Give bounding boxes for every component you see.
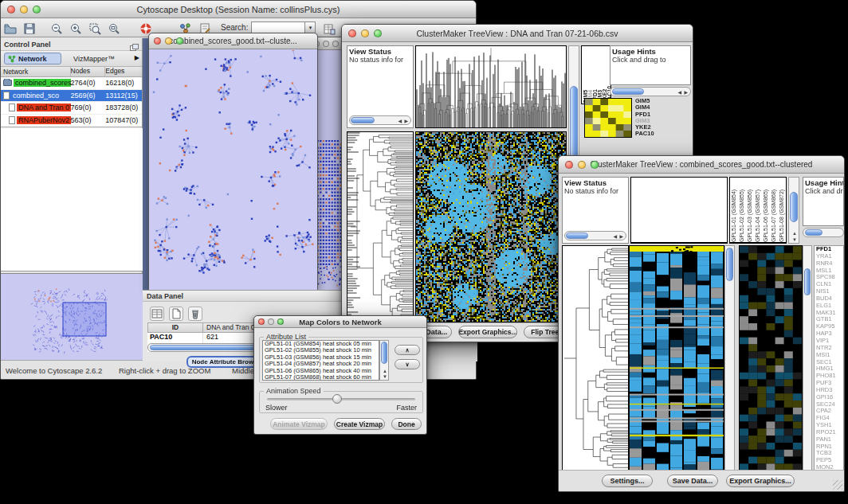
tv2-labels-scrollbar[interactable]: ▲▼	[788, 177, 799, 244]
tv2-gene-dendrogram[interactable]	[562, 245, 629, 471]
col-edges[interactable]: Edges	[105, 67, 142, 76]
status-welcome: Welcome to Cytoscape 2.6.2	[6, 366, 102, 375]
close-button[interactable]	[154, 37, 161, 45]
network-row[interactable]: DNA and Tran 07769(0)183728(0)	[1, 102, 142, 115]
close-button[interactable]	[348, 29, 356, 37]
tv2-usage-hints-panel: Usage Hints Click and drag to	[803, 177, 844, 226]
attribute-select-icon[interactable]	[150, 307, 164, 321]
tv1-zoom-matrix[interactable]	[584, 98, 632, 138]
zoom-out-icon[interactable]	[49, 21, 64, 36]
col-network[interactable]: Network	[1, 67, 71, 76]
new-attribute-icon[interactable]	[169, 307, 183, 321]
move-up-button[interactable]: ∧	[395, 345, 420, 355]
minimize-button[interactable]	[323, 41, 329, 47]
minimize-button[interactable]	[578, 161, 586, 169]
zoom-button[interactable]	[591, 161, 599, 169]
zoom-button[interactable]	[33, 6, 41, 14]
tv2-global-heatmap[interactable]	[629, 245, 724, 471]
minimize-button[interactable]	[165, 37, 172, 45]
tv1-gene-dendrogram[interactable]	[347, 131, 414, 322]
move-down-button[interactable]: ∨	[395, 359, 420, 369]
main-window-titlebar[interactable]: Cytoscape Desktop (Session Name: collins…	[1, 1, 476, 18]
resize-grip[interactable]	[833, 480, 842, 490]
zoom-button[interactable]	[176, 37, 183, 45]
zoom-button[interactable]	[277, 318, 284, 325]
tab-vizmapper[interactable]: VizMapper™	[66, 53, 122, 64]
save-icon[interactable]	[22, 21, 37, 36]
array-label[interactable]: GPL51-02 (GSM855)	[739, 178, 747, 242]
zoom-in-icon[interactable]	[69, 21, 83, 36]
search-input[interactable]	[251, 21, 305, 33]
zoom-fit-icon[interactable]	[107, 21, 121, 36]
array-label[interactable]: GPL51-08 (GSM872)	[779, 178, 787, 242]
tv2-gene-list[interactable]: PFD1YRA1RNR4MSL1SPC98CLN1NIS1BUD4ELG1MAK…	[814, 245, 844, 471]
view-status-text: No status info for	[347, 56, 413, 64]
birdseye-view[interactable]	[1, 273, 143, 361]
animate-vizmap-button[interactable]: Animate Vizmap	[270, 418, 328, 430]
network-tree-space[interactable]	[1, 128, 143, 272]
minimize-button[interactable]	[268, 318, 274, 325]
map-colors-dialog: Map Colors to Network Attribute List GPL…	[253, 315, 427, 435]
tv2-array-labels[interactable]: GPL51-01 (GSM854)GPL51-02 (GSM855)GPL51-…	[729, 177, 787, 244]
map-dialog-titlebar[interactable]: Map Colors to Network	[254, 316, 426, 328]
network-window-1-titlebar[interactable]: combined_scores_good.txt--cluste...	[149, 33, 317, 49]
network-canvas-1[interactable]	[149, 50, 317, 290]
close-button[interactable]	[258, 318, 265, 325]
tv1-matrix-row-labels[interactable]: GIM5GIM4PFD1GIM3YKE2PAC10	[635, 98, 691, 139]
tv2-array-dendrogram[interactable]	[630, 177, 728, 244]
tv2-zoom-scrollbar[interactable]	[803, 245, 812, 471]
create-vizmap-button[interactable]: Create Vizmap	[334, 418, 385, 430]
tv1-usage-hints-panel: Usage Hints Click and drag to	[610, 45, 691, 85]
export-graphics-button[interactable]: Export Graphics...	[726, 475, 795, 487]
treeview-window-2: ClusterMaker TreeView : combined_scores_…	[558, 155, 845, 492]
delete-attribute-icon[interactable]	[188, 307, 202, 321]
network-row[interactable]: RNAPuberNov2+563(0)107847(0)	[1, 115, 142, 127]
settings-button[interactable]: Settings...	[602, 475, 653, 487]
treeview2-titlebar[interactable]: ClusterMaker TreeView : combined_scores_…	[559, 156, 844, 174]
col-nodes[interactable]: Nodes	[71, 67, 106, 76]
network-nodes: 2764(0)	[71, 79, 106, 87]
tv1-heatmap[interactable]	[415, 131, 567, 322]
tv1-array-dendrogram[interactable]	[415, 45, 567, 128]
tv2-usage-scrollbar[interactable]	[803, 228, 844, 237]
array-label[interactable]: GPL51-06 (GSM865)	[763, 178, 771, 242]
open-folder-icon[interactable]	[3, 21, 18, 36]
treeview2-title: ClusterMaker TreeView : combined_scores_…	[559, 160, 844, 169]
network-row[interactable]: combined_scores2764(0)16218(0)	[1, 77, 142, 90]
view-status-scrollbar[interactable]: ◀▶	[349, 115, 411, 125]
birdseye-canvas[interactable]	[1, 274, 141, 361]
attribute-item[interactable]: GPL51-07 (GSM868) heat shock 60 min	[263, 374, 379, 381]
tv2-global-scrollbar[interactable]	[724, 245, 735, 471]
search-grid-icon[interactable]	[322, 21, 336, 36]
treeview1-titlebar[interactable]: ClusterMaker TreeView : DNA and Tran 07-…	[342, 25, 693, 42]
zoom-button[interactable]	[374, 29, 382, 37]
array-label[interactable]: GPL51-04 (GSM857)	[755, 178, 763, 242]
animation-slider-thumb[interactable]	[332, 394, 342, 404]
array-label[interactable]: GPL51-03 (GSM856)	[747, 178, 755, 242]
close-button[interactable]	[7, 6, 15, 14]
search-dropdown-arrow[interactable]: ▼	[305, 21, 316, 33]
tv1-usage-scrollbar[interactable]: ◀▶	[610, 87, 691, 96]
control-panel-tabs: Network VizMapper™ ▶	[1, 51, 142, 67]
minimize-button[interactable]	[20, 6, 28, 14]
view-status-scrollbar[interactable]: ◀▶	[564, 231, 626, 240]
matrix-row-label[interactable]: PAC10	[635, 131, 691, 137]
minimize-button[interactable]	[361, 29, 369, 37]
network-name: combined_scores	[14, 79, 71, 87]
zoom-selected-icon[interactable]	[88, 21, 102, 36]
tabs-more-button[interactable]: ▶	[135, 54, 139, 61]
close-button[interactable]	[565, 161, 573, 169]
save-data-button[interactable]: Save Data...	[667, 475, 718, 487]
export-graphics-button[interactable]: Export Graphics...	[458, 326, 517, 338]
attribute-list[interactable]: GPL51-01 (GSM854) heat shock 05 minGPL51…	[262, 340, 379, 381]
array-label[interactable]: GPL51-01 (GSM854)	[731, 178, 739, 242]
network-row[interactable]: combined_sco2569(6)13112(15)	[1, 90, 142, 103]
tv2-zoom-heatmap[interactable]	[739, 245, 803, 471]
done-button[interactable]: Done	[391, 418, 422, 430]
tab-network[interactable]: Network	[4, 53, 61, 64]
attribute-list-scrollbar[interactable]: ▲▼	[379, 340, 389, 381]
data-col-id[interactable]: ID	[147, 322, 203, 333]
zoom-button[interactable]	[332, 41, 339, 47]
tv1-array-labels[interactable]: GIM5GIM4PFD1GIM3YKE2PAC10	[581, 45, 611, 104]
array-label[interactable]: GPL51-07 (GSM868)	[771, 178, 779, 242]
